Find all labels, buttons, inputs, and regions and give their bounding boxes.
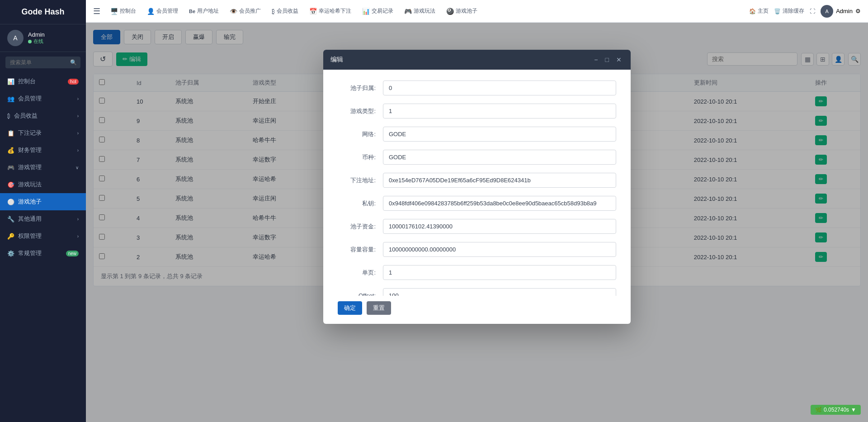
form-row-single_page: 单页:	[338, 265, 616, 280]
topnav-dashboard-icon: 🖥️	[110, 8, 118, 15]
form-row-pool_funds: 池子资金:	[338, 219, 616, 234]
topnav-avatar: A	[821, 5, 833, 18]
sidebar-item-revenue[interactable]: ₿会员收益 ›	[0, 107, 86, 124]
modal-close-button[interactable]: ✕	[614, 55, 623, 64]
topnav: ☰ 🖥️ 控制台 👤 会员管理 Be 用户地址 👁️ 会员推广 ₿ 会员收益 📅…	[86, 0, 868, 23]
chevron-right-icon-6: ›	[77, 234, 79, 239]
topnav-member-mgmt[interactable]: 👤 会员管理	[142, 5, 183, 18]
home-icon: 🏠	[749, 8, 756, 14]
speed-dropdown-icon[interactable]: ▼	[851, 407, 856, 413]
sidebar-item-gameplay[interactable]: 🎯游戏玩法	[0, 176, 86, 193]
hot-badge: hot	[68, 79, 79, 85]
topnav-trade-icon: 📊	[362, 8, 370, 15]
form-input-capacity[interactable]	[383, 242, 616, 257]
members-icon: 👥	[7, 95, 14, 102]
sidebar-user: A Admin 在线	[0, 24, 86, 52]
revenue-icon: ₿	[7, 113, 10, 119]
sidebar-nav: 📊控制台 hot 👥会员管理 › ₿会员收益 › 📋下注记录 › 💰财务管理 ›…	[0, 73, 86, 422]
form-input-offset[interactable]	[383, 288, 616, 296]
edit-modal: 编辑 − □ ✕ 池子归属: 游戏类型: 网络: 币种: 下注地址: 私钥:	[323, 50, 631, 324]
form-row-offset: Offset:	[338, 288, 616, 296]
sidebar-item-other[interactable]: 🔧其他通用 ›	[0, 210, 86, 228]
sidebar-item-bets[interactable]: 📋下注记录 ›	[0, 124, 86, 142]
topnav-game-pool[interactable]: 🎱 游戏池子	[442, 5, 482, 18]
topnav-member-icon: 👤	[147, 8, 155, 15]
reset-button[interactable]: 重置	[367, 301, 391, 315]
modal-footer: 确定 重置	[323, 296, 631, 324]
modal-minimize-button[interactable]: −	[592, 55, 599, 64]
sidebar-item-members[interactable]: 👥会员管理 ›	[0, 90, 86, 107]
speed-icon: 🌿	[815, 407, 822, 413]
settings-gear-icon: ⚙	[855, 8, 861, 14]
menu-toggle-icon[interactable]: ☰	[93, 6, 100, 16]
topnav-lucky-hash[interactable]: 📅 幸运哈希下注	[305, 5, 356, 18]
speed-value-1: 0.052740s	[824, 407, 849, 413]
form-label-private_key: 私钥:	[338, 199, 383, 208]
sidebar-item-game-pool[interactable]: ⚪游戏池子	[0, 193, 86, 210]
sidebar-search[interactable]: 🔍	[5, 57, 80, 68]
username: Admin	[28, 31, 45, 38]
user-status: 在线	[28, 38, 45, 45]
topnav-home[interactable]: 🏠 主页	[749, 7, 769, 15]
topnav-trade-record[interactable]: 📊 交易记录	[358, 5, 398, 18]
settings-icon: ⚙️	[7, 250, 14, 257]
sidebar-item-permissions[interactable]: 🔑权限管理 ›	[0, 228, 86, 245]
form-label-pool_funds: 池子资金:	[338, 223, 383, 231]
form-row-network: 网络:	[338, 127, 616, 142]
topnav-dashboard[interactable]: 🖥️ 控制台	[106, 5, 141, 18]
new-badge: new	[66, 251, 79, 256]
form-input-bet_address[interactable]	[383, 173, 616, 188]
sidebar-item-settings[interactable]: ⚙️常规管理 new	[0, 245, 86, 262]
sidebar-item-finance[interactable]: 💰财务管理 ›	[0, 142, 86, 159]
gameplay-icon: 🎯	[7, 181, 14, 188]
topnav-address-icon: Be	[189, 9, 195, 14]
form-label-game_type: 游戏类型:	[338, 107, 383, 115]
chevron-right-icon-2: ›	[77, 114, 79, 119]
form-label-offset: Offset:	[338, 292, 383, 296]
form-input-private_key[interactable]	[383, 196, 616, 211]
form-row-game_type: 游戏类型:	[338, 104, 616, 119]
form-row-bet_address: 下注地址:	[338, 173, 616, 188]
topnav-revenue[interactable]: ₿ 会员收益	[267, 5, 303, 18]
topnav-right: 🏠 主页 🗑️ 清除缓存 ⛶ A Admin ⚙	[749, 5, 861, 18]
modal-restore-button[interactable]: □	[604, 55, 611, 64]
form-input-pool_funds[interactable]	[383, 219, 616, 234]
sidebar-item-dashboard[interactable]: 📊控制台 hot	[0, 73, 86, 90]
sidebar-logo: Gode Hash	[0, 0, 86, 24]
topnav-promo-icon: 👁️	[230, 8, 237, 15]
chevron-right-icon-5: ›	[77, 217, 79, 222]
form-input-currency[interactable]	[383, 150, 616, 165]
form-input-single_page[interactable]	[383, 265, 616, 280]
form-row-capacity: 容量容量:	[338, 242, 616, 257]
trash-icon: 🗑️	[774, 8, 781, 14]
topnav-clear-cache[interactable]: 🗑️ 清除缓存	[774, 7, 804, 15]
form-input-network[interactable]	[383, 127, 616, 142]
confirm-button[interactable]: 确定	[338, 301, 362, 315]
topnav-revenue-icon: ₿	[272, 8, 275, 15]
topnav-pool-icon: 🎱	[446, 8, 454, 15]
game-mgmt-icon: 🎮	[7, 164, 14, 171]
dashboard-icon: 📊	[7, 78, 14, 85]
form-label-bet_address: 下注地址:	[338, 176, 383, 185]
topnav-fullscreen[interactable]: ⛶	[810, 8, 815, 14]
search-input[interactable]	[5, 57, 80, 68]
speed-badge-1: 🌿 0.052740s ▼	[811, 405, 861, 415]
topnav-user-address[interactable]: Be 用户地址	[184, 5, 223, 18]
modal-title: 编辑	[330, 56, 343, 64]
form-input-pool_owner[interactable]	[383, 81, 616, 95]
bets-icon: 📋	[7, 130, 14, 137]
topnav-gameplay[interactable]: 🎮 游戏玩法	[400, 5, 440, 18]
sidebar-item-game-mgmt[interactable]: 🎮游戏管理 ∨	[0, 159, 86, 176]
topnav-member-promo[interactable]: 👁️ 会员推广	[225, 5, 265, 18]
game-pool-icon: ⚪	[7, 199, 14, 205]
content-area: 全部 关闭 开启 赢爆 输完 ↺ ✏ 编辑 ▦ ⊞ 👤 🔍	[86, 23, 868, 422]
other-icon: 🔧	[7, 216, 14, 223]
chevron-right-icon: ›	[77, 96, 79, 101]
form-input-game_type[interactable]	[383, 104, 616, 119]
modal-header: 编辑 − □ ✕	[323, 50, 631, 70]
topnav-admin[interactable]: A Admin ⚙	[821, 5, 861, 18]
modal-body: 池子归属: 游戏类型: 网络: 币种: 下注地址: 私钥: 池子资金: 容量容量…	[323, 70, 631, 296]
form-label-capacity: 容量容量:	[338, 246, 383, 254]
topnav-lucky-icon: 📅	[309, 8, 317, 15]
modal-overlay: 编辑 − □ ✕ 池子归属: 游戏类型: 网络: 币种: 下注地址: 私钥:	[86, 23, 868, 422]
